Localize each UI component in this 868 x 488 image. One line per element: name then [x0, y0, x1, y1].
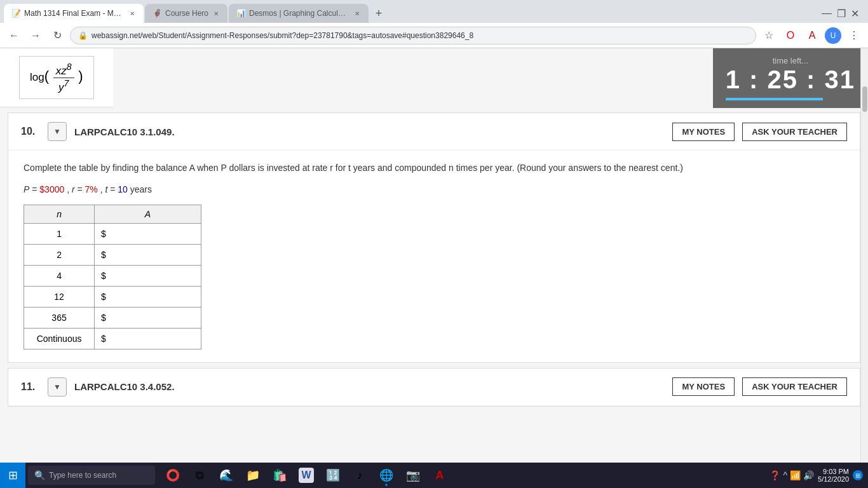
- forward-button[interactable]: →: [27, 27, 44, 44]
- question-11-block: 11. ▼ LARPCALC10 3.4.052. MY NOTES ASK Y…: [8, 368, 860, 407]
- windows-icon: ⊞: [8, 468, 18, 482]
- taskbar-search-box[interactable]: 🔍 Type here to search: [28, 466, 155, 485]
- table-cell-n-1: 2: [24, 244, 95, 265]
- taskbar-chrome[interactable]: 🌐: [374, 463, 399, 488]
- tab2-title: Course Hero: [165, 9, 208, 18]
- bookmark-icon[interactable]: ☆: [760, 27, 778, 44]
- dollar-sign-2: $: [101, 271, 106, 281]
- question-10-block: 10. ▼ LARPCALC10 3.1.049. MY NOTES ASK Y…: [8, 112, 860, 362]
- scrollbar-thumb[interactable]: [862, 86, 867, 112]
- tab-coursehero[interactable]: 🦸 Course Hero ✕: [145, 4, 227, 23]
- task-view-icon: ⧉: [192, 468, 207, 483]
- question-11-number: 11.: [21, 381, 40, 393]
- system-clock[interactable]: 9:03 PM 5/12/2020: [818, 468, 849, 483]
- add-tab-button[interactable]: +: [370, 4, 388, 22]
- answer-input-2[interactable]: [106, 269, 176, 282]
- formula-years: years: [130, 184, 152, 194]
- ask-teacher-button-10[interactable]: ASK YOUR TEACHER: [742, 123, 847, 141]
- start-button[interactable]: ⊞: [0, 463, 25, 488]
- table-row: 4$: [24, 265, 201, 286]
- lock-icon: 🔒: [78, 31, 88, 40]
- taskbar-word[interactable]: W: [294, 463, 319, 488]
- window-controls: — ❐ ✕: [822, 8, 864, 20]
- answer-input-4[interactable]: [106, 311, 176, 324]
- taskbar-taskview[interactable]: ⧉: [187, 463, 212, 488]
- close-button[interactable]: ✕: [851, 8, 859, 20]
- profile-avatar[interactable]: U: [825, 27, 841, 44]
- taskbar-fileexplorer[interactable]: 📁: [240, 463, 266, 488]
- tab2-close[interactable]: ✕: [212, 9, 220, 18]
- answer-input-0[interactable]: [106, 227, 176, 240]
- formula-t-var: t: [105, 184, 107, 194]
- tab1-title: Math 1314 Final Exam - MATH 1...: [24, 9, 125, 18]
- answer-input-1[interactable]: [106, 248, 176, 261]
- tab-bar: 📝 Math 1314 Final Exam - MATH 1... ✕ 🦸 C…: [0, 0, 868, 23]
- math-formula: log( xz8 y7 ): [19, 56, 94, 99]
- help-icon[interactable]: ❓: [770, 470, 780, 480]
- timer-value: 1 : 25 : 31: [726, 65, 855, 94]
- answer-input-5[interactable]: [106, 332, 176, 345]
- formula-p-value: $3000: [39, 184, 64, 194]
- table-cell-a-4: $: [95, 307, 201, 328]
- taskbar-search-text: Type here to search: [49, 471, 116, 480]
- dollar-sign-5: $: [101, 334, 106, 344]
- ask-teacher-button-11[interactable]: ASK YOUR TEACHER: [742, 377, 847, 396]
- answer-input-3[interactable]: [106, 290, 176, 303]
- network-icon[interactable]: 📶: [790, 470, 801, 480]
- tab-math[interactable]: 📝 Math 1314 Final Exam - MATH 1... ✕: [4, 4, 144, 23]
- table-cell-n-4: 365: [24, 307, 95, 328]
- my-notes-button-10[interactable]: MY NOTES: [672, 123, 735, 141]
- chevron-up-icon[interactable]: ^: [783, 470, 787, 480]
- table-cell-a-3: $: [95, 286, 201, 307]
- formula-equals-2: =: [77, 184, 85, 194]
- question-11-title: LARPCALC10 3.4.052.: [74, 381, 665, 392]
- edge-icon: 🌊: [219, 468, 234, 483]
- address-bar: ← → ↻ 🔒 webassign.net/web/Student/Assign…: [0, 23, 868, 48]
- taskbar-itunes[interactable]: ♪: [347, 463, 372, 488]
- chrome-active-indicator: [385, 484, 388, 486]
- table-cell-n-5: Continuous: [24, 328, 95, 349]
- minimize-button[interactable]: —: [822, 8, 832, 19]
- table-cell-a-5: $: [95, 328, 201, 349]
- scrollbar[interactable]: [860, 48, 868, 463]
- opera-icon[interactable]: O: [782, 27, 799, 44]
- prev-question-fragment: log( xz8 y7 ): [0, 48, 113, 107]
- reload-button[interactable]: ↻: [48, 27, 66, 44]
- table-row: Continuous$: [24, 328, 201, 349]
- taskbar-acrobat[interactable]: A: [427, 463, 452, 488]
- table-cell-a-2: $: [95, 265, 201, 286]
- tab1-close[interactable]: ✕: [128, 9, 136, 18]
- formula-r-value: 7%: [85, 184, 98, 194]
- taskbar-right: ❓ ^ 📶 🔊 9:03 PM 5/12/2020 ⊞: [770, 468, 868, 483]
- url-bar[interactable]: 🔒 webassign.net/web/Student/Assignment-R…: [70, 27, 756, 44]
- question-10-body: Complete the table by finding the balanc…: [8, 151, 860, 362]
- table-header-a: A: [95, 205, 201, 223]
- taskbar-camera[interactable]: 📷: [400, 463, 426, 488]
- word-icon: W: [299, 468, 314, 483]
- acrobat-toolbar-icon[interactable]: A: [803, 27, 821, 44]
- tab3-close[interactable]: ✕: [353, 9, 361, 18]
- chevron-down-icon-11: ▼: [53, 383, 61, 391]
- volume-icon[interactable]: 🔊: [803, 470, 814, 480]
- question-10-collapse-button[interactable]: ▼: [48, 122, 67, 141]
- tab-desmos[interactable]: 📊 Desmos | Graphing Calculator ✕: [229, 4, 369, 23]
- page-content: time left... 1 : 25 : 31 log( xz8 y7 ) 1…: [0, 48, 868, 463]
- dollar-sign-0: $: [101, 229, 106, 239]
- tab3-title: Desmos | Graphing Calculator: [249, 9, 349, 18]
- table-cell-a-0: $: [95, 223, 201, 244]
- dollar-sign-4: $: [101, 313, 106, 323]
- timer-box: time left... 1 : 25 : 31: [713, 48, 868, 108]
- taskbar-cortana[interactable]: ⭕: [160, 463, 186, 488]
- table-cell-n-3: 12: [24, 286, 95, 307]
- taskbar-edge[interactable]: 🌊: [214, 463, 239, 488]
- maximize-button[interactable]: ❐: [837, 8, 846, 20]
- my-notes-button-11[interactable]: MY NOTES: [672, 377, 735, 396]
- table-cell-a-1: $: [95, 244, 201, 265]
- notification-badge[interactable]: ⊞: [853, 470, 863, 480]
- taskbar-calculator[interactable]: 🔢: [320, 463, 346, 488]
- taskbar-store[interactable]: 🛍️: [267, 463, 292, 488]
- table-cell-n-0: 1: [24, 223, 95, 244]
- back-button[interactable]: ←: [5, 27, 23, 44]
- menu-icon[interactable]: ⋮: [845, 27, 863, 44]
- question-11-collapse-button[interactable]: ▼: [48, 377, 67, 396]
